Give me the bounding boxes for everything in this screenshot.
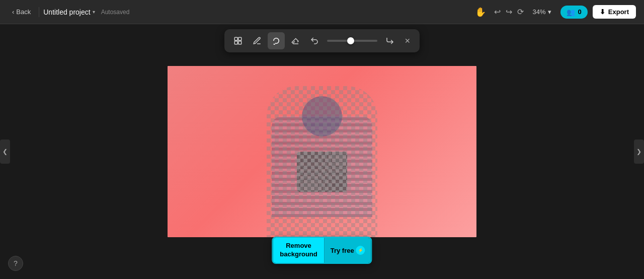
- toolbar-close-button[interactable]: ✕: [400, 34, 415, 48]
- collab-count: 0: [578, 8, 582, 16]
- svg-rect-3: [238, 41, 242, 44]
- autosaved-status: Autosaved: [101, 9, 130, 16]
- export-label: Export: [608, 8, 629, 16]
- chevron-down-icon: ▾: [93, 9, 95, 15]
- back-button[interactable]: ‹ Back: [8, 6, 35, 18]
- remove-background-button[interactable]: Removebackground: [273, 238, 324, 263]
- remove-background-popup: Removebackground Try free ⚡: [272, 237, 372, 264]
- zoom-value: 34%: [533, 8, 546, 16]
- download-icon: ⬇: [600, 8, 605, 16]
- collab-icon: 👥: [567, 8, 575, 16]
- person-checkerboard: [267, 86, 377, 237]
- try-free-icon: ⚡: [356, 246, 365, 255]
- left-arrow-button[interactable]: ❮: [0, 140, 10, 164]
- eraser-tool-button[interactable]: [287, 32, 304, 49]
- svg-rect-2: [234, 41, 237, 44]
- right-chevron-icon: ❯: [636, 148, 641, 155]
- brush-size-track[interactable]: [327, 40, 377, 42]
- brush-size-slider-area: [325, 40, 379, 42]
- project-title: Untitled project: [43, 8, 90, 16]
- floating-toolbar: ✕: [224, 29, 420, 52]
- refresh-icon[interactable]: ⟳: [517, 7, 524, 17]
- export-button[interactable]: ⬇ Export: [593, 5, 636, 19]
- svg-rect-1: [238, 37, 242, 40]
- try-free-label: Try free: [331, 247, 354, 254]
- grab-tool-icon[interactable]: ✋: [475, 7, 486, 18]
- select-tool-button[interactable]: [229, 32, 247, 49]
- left-chevron-icon: ❮: [3, 148, 8, 155]
- forward-tool-button[interactable]: [381, 32, 398, 49]
- back-label: Back: [16, 8, 31, 16]
- image-canvas[interactable]: [168, 66, 476, 237]
- close-icon: ✕: [405, 37, 411, 45]
- redo-icon[interactable]: ↪: [506, 7, 512, 17]
- transparency-overlay: [168, 66, 476, 237]
- lasso-tool-button[interactable]: [268, 32, 285, 49]
- zoom-control[interactable]: 34% ▾: [529, 6, 555, 18]
- remove-bg-label: Removebackground: [280, 242, 317, 259]
- nav-right: ✋ ↩ ↪ ⟳ 34% ▾ 👥 0 ⬇ Export: [475, 5, 636, 19]
- try-free-button[interactable]: Try free ⚡: [325, 238, 371, 263]
- zoom-chevron-icon: ▾: [548, 8, 551, 16]
- top-nav: ‹ Back Untitled project ▾ Autosaved ✋ ↩ …: [0, 0, 644, 24]
- collab-button[interactable]: 👥 0: [560, 6, 588, 19]
- help-icon: ?: [14, 259, 18, 267]
- nav-divider: [39, 7, 39, 17]
- undo-curve-button[interactable]: [306, 32, 323, 49]
- pen-tool-button[interactable]: [249, 32, 266, 49]
- brush-size-thumb[interactable]: [347, 37, 354, 44]
- svg-rect-0: [234, 37, 237, 40]
- undo-icon[interactable]: ↩: [494, 7, 501, 17]
- project-title-area[interactable]: Untitled project ▾: [43, 8, 95, 16]
- right-arrow-button[interactable]: ❯: [634, 140, 644, 164]
- help-button[interactable]: ?: [8, 256, 23, 271]
- canvas-area: ❮ ❯ Removebackground: [0, 24, 644, 279]
- back-arrow-icon: ‹: [12, 8, 14, 16]
